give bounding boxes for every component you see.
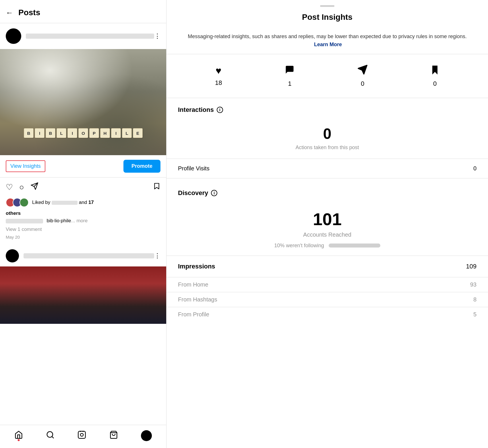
liked-avatars	[6, 198, 29, 207]
stats-row: ♥ 18 1 0	[166, 54, 488, 98]
following-bar	[329, 244, 380, 248]
nav-profile-avatar[interactable]	[141, 430, 152, 441]
svg-point-8	[83, 431, 83, 431]
post-card: ⋮ B I B L I O P H I L E View Insights Pr	[0, 23, 166, 244]
tile-b: B	[24, 128, 34, 138]
liked-others-row: others	[0, 210, 166, 217]
tile-b2: B	[46, 128, 55, 138]
svg-line-4	[52, 436, 53, 438]
view-insights-button[interactable]: View Insights	[6, 160, 45, 172]
from-home-row: From Home 93	[166, 277, 488, 292]
interactions-info-icon[interactable]: i	[217, 107, 223, 113]
tile-l2: L	[122, 128, 132, 138]
username-placeholder	[26, 34, 154, 39]
second-post-more-options[interactable]: ⋮	[154, 252, 160, 260]
learn-more-link[interactable]: Learn More	[314, 42, 342, 47]
impressions-section: Impressions 109 From Home 93 From Hashta…	[166, 256, 488, 322]
impressions-value: 109	[466, 263, 477, 270]
liked-text: Liked by and 17	[32, 200, 94, 205]
share-button[interactable]	[30, 182, 38, 192]
likes-count: 18	[215, 79, 222, 87]
second-post-image	[0, 266, 166, 324]
from-home-label: From Home	[178, 281, 208, 288]
like-button[interactable]: ♡	[6, 182, 13, 192]
stat-comments: 1	[284, 65, 295, 87]
svg-marker-2	[154, 183, 159, 189]
nav-search-icon[interactable]	[46, 431, 55, 441]
post-card-header: ⋮	[0, 23, 166, 49]
caption-text: bib·lio·phile... more	[47, 218, 88, 223]
svg-marker-12	[432, 66, 437, 75]
following-text: 10% weren't following	[274, 243, 324, 249]
tile-i1: I	[35, 128, 44, 138]
nav-reels-icon[interactable]	[78, 431, 86, 441]
post-image-bg	[0, 49, 166, 155]
tile-i3: I	[111, 128, 121, 138]
tile-i2: I	[67, 128, 77, 138]
following-row: 10% weren't following	[166, 241, 488, 256]
interactions-count: 0	[166, 119, 488, 145]
stat-shares: 0	[357, 65, 368, 87]
svg-rect-5	[78, 431, 86, 438]
post-actions-row: ♡ ○	[0, 178, 166, 197]
discovery-info-icon[interactable]: i	[211, 190, 217, 196]
accounts-reached-count: 101	[166, 202, 488, 231]
caption-username	[6, 219, 43, 223]
more-options-button[interactable]: ⋮	[154, 32, 160, 40]
page-title: Posts	[18, 8, 40, 17]
discovery-section: Discovery i 101 Accounts Reached 10% wer…	[166, 178, 488, 256]
saves-count: 0	[433, 80, 437, 87]
bookmark-icon	[430, 65, 439, 77]
save-button[interactable]	[153, 182, 160, 192]
discovery-title: Discovery	[178, 189, 208, 197]
share-icon	[357, 65, 368, 77]
second-post-username	[24, 253, 154, 258]
tile-l: L	[57, 128, 66, 138]
privacy-notice: Messaging-related insights, such as shar…	[166, 28, 488, 54]
from-profile-row: From Profile 5	[166, 307, 488, 322]
panel-title: Post Insights	[166, 10, 488, 28]
comment-button[interactable]: ○	[19, 183, 24, 192]
interactions-label: Actions taken from this post	[166, 145, 488, 159]
liked-avatar-3	[20, 198, 29, 207]
caption-row: bib·lio·phile... more	[0, 217, 166, 225]
bottom-nav	[0, 425, 166, 448]
impressions-row: Impressions 109	[166, 256, 488, 277]
promote-button[interactable]: Promote	[123, 160, 160, 173]
profile-visits-label: Profile Visits	[178, 165, 210, 172]
tile-e: E	[133, 128, 143, 138]
svg-marker-11	[358, 65, 367, 74]
stat-likes: ♥ 18	[215, 65, 222, 87]
tile-p: P	[89, 128, 99, 138]
from-hashtags-label: From Hashtags	[178, 296, 217, 303]
posts-header: ← Posts	[0, 0, 166, 23]
interactions-header: Interactions i	[166, 98, 488, 119]
nav-home-icon[interactable]	[14, 431, 23, 441]
back-button[interactable]: ←	[6, 8, 13, 17]
profile-visits-value: 0	[473, 165, 477, 172]
impressions-label: Impressions	[178, 263, 215, 270]
left-panel: ← Posts ⋮ B I B L I O P H I L	[0, 0, 166, 448]
view-comments-link[interactable]: View 1 comment	[0, 225, 166, 233]
second-post-avatar	[6, 249, 19, 262]
liked-others-label: others	[6, 211, 21, 216]
svg-point-6	[80, 433, 83, 436]
interactions-title: Interactions	[178, 106, 214, 114]
avatar	[6, 28, 21, 44]
comment-icon	[284, 65, 295, 77]
scrabble-tiles: B I B L I O P H I L E	[24, 128, 143, 138]
nav-shop-icon[interactable]	[109, 431, 118, 441]
from-hashtags-value: 8	[473, 296, 477, 303]
drag-handle[interactable]	[320, 5, 334, 7]
discovery-header: Discovery i	[166, 181, 488, 202]
from-profile-label: From Profile	[178, 311, 209, 318]
right-panel: Post Insights Messaging-related insights…	[166, 0, 488, 448]
stat-saves: 0	[430, 65, 439, 87]
from-home-value: 93	[470, 281, 477, 288]
from-profile-value: 5	[473, 311, 477, 318]
post-image: B I B L I O P H I L E	[0, 49, 166, 155]
liked-row: Liked by and 17	[0, 197, 166, 210]
from-hashtags-row: From Hashtags 8	[166, 292, 488, 307]
comments-count: 1	[288, 80, 291, 87]
second-post-header: ⋮	[0, 244, 166, 266]
